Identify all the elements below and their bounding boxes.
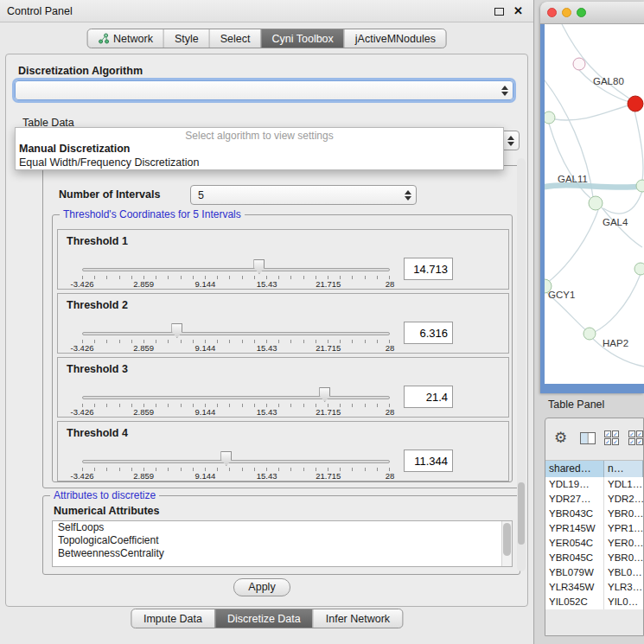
table-cell[interactable]: YIL052C [545, 595, 604, 609]
panel-scrollbar[interactable] [517, 158, 526, 571]
table-row[interactable]: YDR27… YDR2… [545, 492, 643, 507]
unselect-columns-icon[interactable]: ✓✓✓✓ [628, 430, 643, 445]
tab-network[interactable]: Network [87, 29, 163, 48]
numerical-attributes-heading: Numerical Attributes [54, 505, 159, 517]
selected-network-node[interactable] [628, 96, 643, 112]
gear-icon[interactable]: ⚙ [554, 429, 567, 447]
scale-label: 15.43 [257, 279, 277, 289]
node-label: GAL80 [593, 76, 624, 86]
tab-select[interactable]: Select [209, 29, 261, 48]
network-node[interactable] [634, 263, 644, 275]
table-cell[interactable]: YDL19… [545, 477, 604, 492]
algorithm-select[interactable] [15, 80, 513, 100]
select-all-columns-icon[interactable]: ✓✓✓✓ [604, 430, 619, 445]
table-cell[interactable]: YER0… [604, 536, 643, 551]
slider-track[interactable] [82, 460, 390, 463]
threshold-value-field[interactable] [404, 450, 453, 472]
table-cell[interactable]: YER054C [545, 536, 604, 551]
scale-label: -3.426 [71, 471, 94, 481]
table-row[interactable]: YDL19… YDL1… [545, 477, 643, 492]
table-row[interactable]: YBL079W YBL0… [545, 565, 643, 580]
table-cell[interactable]: YLR3… [604, 580, 643, 595]
table-cell[interactable]: YDR2… [604, 492, 643, 507]
popup-header: Select algorithm to view settings [16, 128, 503, 142]
column-header[interactable]: n… [604, 461, 643, 477]
close-traffic-light-icon[interactable] [547, 8, 557, 17]
minimize-traffic-light-icon[interactable] [562, 8, 571, 17]
network-node[interactable] [573, 58, 585, 70]
threshold-value-field[interactable] [404, 258, 453, 280]
network-node[interactable] [636, 180, 644, 192]
scale-label: 15.43 [257, 471, 277, 481]
table-row[interactable]: YLR345W YLR3… [545, 580, 643, 595]
threshold-slider[interactable] [82, 323, 390, 339]
scale-label: 28 [386, 343, 395, 353]
control-panel-window: Control Panel ✕ Network Style Select Cyn… [0, 0, 534, 644]
slider-thumb[interactable] [171, 323, 182, 338]
table-cell[interactable]: YIL0… [604, 595, 643, 609]
table-panel-title: Table Panel [548, 399, 604, 411]
network-view-window: GAL80 GAL11 GAL4 GCY1 HAP2 [540, 2, 644, 393]
table-cell[interactable]: YPR1… [604, 521, 643, 536]
table-row[interactable]: YIL052C YIL0… [545, 595, 643, 609]
threshold-panel: Threshold 3 -3.426 2.859 9.144 15.43 21.… [57, 357, 509, 418]
threshold-slider[interactable] [82, 259, 390, 275]
scale-label: 21.715 [316, 343, 341, 353]
apply-button[interactable]: Apply [233, 578, 290, 596]
slider-track[interactable] [82, 396, 390, 399]
tab-style[interactable]: Style [163, 29, 209, 48]
close-icon[interactable]: ✕ [513, 4, 523, 17]
scale-label: 15.43 [257, 343, 277, 353]
table-row[interactable]: YBR043C YBR0… [545, 507, 643, 521]
zoom-traffic-light-icon[interactable] [577, 8, 586, 17]
popup-item-manual-discretization[interactable]: Manual Discretization [16, 142, 503, 156]
tab-label: Network [113, 33, 153, 45]
list-item[interactable]: BetweennessCentrality [53, 547, 512, 560]
column-header[interactable]: shared… [545, 461, 604, 477]
slider-track[interactable] [82, 268, 390, 271]
tab-label: jActiveMNodules [355, 33, 436, 45]
tab-impute-data[interactable]: Impute Data [131, 609, 214, 628]
scrollbar-thumb[interactable] [503, 523, 511, 556]
scrollbar-thumb[interactable] [518, 482, 525, 545]
network-node[interactable] [545, 112, 555, 124]
slider-thumb[interactable] [220, 451, 232, 466]
network-canvas[interactable]: GAL80 GAL11 GAL4 GCY1 HAP2 [545, 24, 644, 384]
table-cell[interactable]: YDR27… [545, 492, 604, 507]
list-item[interactable]: TopologicalCoefficient [53, 534, 512, 547]
num-intervals-select[interactable]: 5 [190, 185, 417, 205]
table-cell[interactable]: YBL0… [604, 565, 643, 580]
table-cell[interactable]: YDL1… [604, 477, 643, 492]
slider-thumb[interactable] [319, 387, 330, 402]
tab-discretize-data[interactable]: Discretize Data [214, 609, 313, 628]
table-row[interactable]: YBR045C YBR0… [545, 551, 643, 565]
threshold-slider[interactable] [82, 387, 390, 403]
threshold-slider[interactable] [82, 451, 390, 467]
slider-thumb[interactable] [253, 259, 265, 274]
network-node[interactable] [583, 328, 596, 340]
table-row[interactable]: YER054C YER0… [545, 536, 643, 551]
list-item[interactable]: SelfLoops [53, 521, 512, 534]
tab-cyni-toolbox[interactable]: Cyni Toolbox [260, 29, 343, 48]
table-cell[interactable]: YBR043C [545, 507, 604, 521]
tab-jactivemnodules[interactable]: jActiveMNodules [344, 29, 446, 48]
table-cell[interactable]: YPR145W [545, 521, 604, 536]
tab-label: Cyni Toolbox [271, 33, 333, 45]
table-cell[interactable]: YBR045C [545, 551, 604, 565]
table-cell[interactable]: YBR0… [604, 507, 643, 521]
list-scrollbar[interactable] [501, 521, 512, 566]
network-window-titlebar[interactable] [540, 2, 644, 24]
tab-infer-network[interactable]: Infer Network [313, 609, 402, 628]
minimize-icon[interactable] [494, 8, 504, 16]
table-cell[interactable]: YBR0… [604, 551, 643, 565]
columns-icon[interactable] [580, 432, 596, 444]
network-node[interactable] [589, 196, 603, 210]
attributes-list[interactable]: SelfLoops TopologicalCoefficient Between… [52, 520, 513, 567]
table-cell[interactable]: YLR345W [545, 580, 604, 595]
table-cell[interactable]: YBL079W [545, 565, 604, 580]
threshold-value-field[interactable] [404, 386, 453, 408]
threshold-value-field[interactable] [404, 322, 453, 344]
popup-item-equal-width-frequency[interactable]: Equal Width/Frequency Discretization [16, 156, 503, 169]
slider-track[interactable] [82, 332, 390, 335]
table-row[interactable]: YPR145W YPR1… [545, 521, 643, 536]
